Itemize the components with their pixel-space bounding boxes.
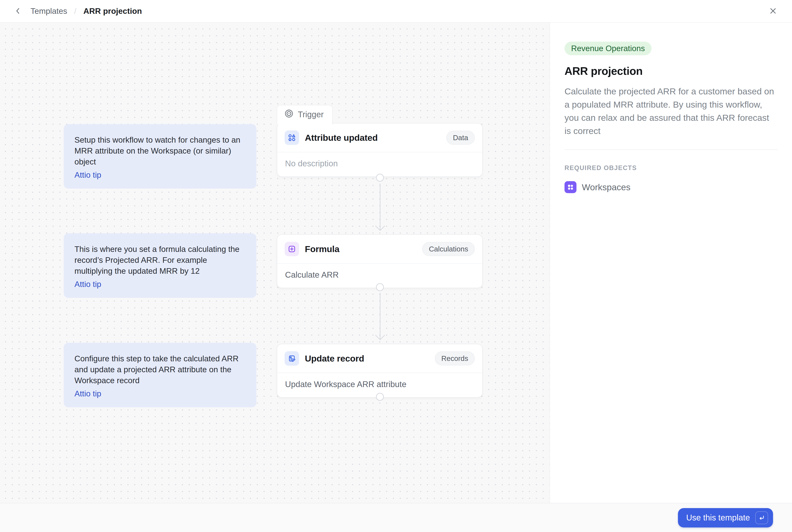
node-title: Attribute updated — [305, 133, 377, 143]
attio-tip-link[interactable]: Attio tip — [74, 170, 101, 180]
breadcrumb: Templates / ARR projection — [12, 5, 142, 17]
node-header: Formula Calculations — [277, 235, 482, 263]
tip-text: Setup this workflow to watch for changes… — [74, 134, 246, 167]
panel-divider — [565, 149, 777, 150]
back-button[interactable] — [12, 5, 23, 17]
use-template-label: Use this template — [686, 513, 750, 522]
tip-card-formula: This is where you set a formula calculat… — [64, 233, 256, 298]
tip-text: Configure this step to take the calculat… — [74, 353, 246, 386]
trigger-tab-label: Trigger — [298, 110, 324, 119]
node-description: No description — [277, 152, 482, 176]
workspaces-icon — [565, 181, 576, 193]
close-icon — [769, 6, 777, 16]
node-header: Attribute updated Data — [277, 124, 482, 152]
template-title: ARR projection — [565, 65, 777, 77]
breadcrumb-current-page: ARR projection — [83, 6, 142, 16]
connector-arrow — [373, 292, 387, 342]
tip-card-trigger: Setup this workflow to watch for changes… — [64, 124, 256, 189]
required-objects-label: REQUIRED OBJECTS — [565, 164, 777, 172]
node-formula[interactable]: Formula Calculations Calculate ARR — [277, 234, 483, 288]
node-category-badge: Calculations — [422, 242, 475, 256]
node-header: Update record Records — [277, 344, 482, 373]
node-update-record[interactable]: Update record Records Update Workspace A… — [277, 344, 483, 398]
breadcrumb-separator: / — [74, 7, 76, 16]
required-object-workspaces: Workspaces — [565, 181, 777, 193]
breadcrumb-templates[interactable]: Templates — [31, 6, 67, 16]
attio-tip-link[interactable]: Attio tip — [74, 388, 101, 399]
attio-tip-link[interactable]: Attio tip — [74, 279, 101, 290]
update-record-icon — [284, 351, 299, 366]
node-category-badge: Data — [446, 131, 475, 145]
main-area: Setup this workflow to watch for changes… — [0, 23, 792, 503]
connector-port — [376, 283, 384, 291]
connector-port — [376, 393, 384, 401]
attribute-icon — [284, 131, 299, 145]
top-bar: Templates / ARR projection — [0, 0, 792, 23]
close-button[interactable] — [767, 4, 780, 18]
formula-icon — [284, 242, 299, 256]
use-this-template-button[interactable]: Use this template — [678, 508, 773, 528]
chevron-left-icon — [14, 7, 22, 16]
tip-text: This is where you set a formula calculat… — [74, 244, 246, 277]
node-title: Update record — [305, 354, 364, 364]
category-badge: Revenue Operations — [565, 42, 651, 55]
template-details-panel: Revenue Operations ARR projection Calcul… — [550, 23, 792, 503]
template-description: Calculate the projected ARR for a custom… — [565, 85, 777, 137]
connector-port — [376, 174, 384, 182]
node-category-badge: Records — [435, 352, 475, 365]
required-object-name: Workspaces — [582, 182, 630, 192]
trigger-tab: Trigger — [277, 105, 333, 125]
app-window: Templates / ARR projection Setup this wo… — [0, 0, 792, 532]
node-attribute-updated[interactable]: Attribute updated Data No description — [277, 123, 483, 177]
tip-card-update-record: Configure this step to take the calculat… — [64, 343, 256, 407]
workflow-canvas: Setup this workflow to watch for changes… — [0, 23, 550, 503]
return-key-icon — [755, 511, 768, 524]
footer-bar: Use this template — [0, 503, 792, 532]
node-title: Formula — [305, 244, 339, 254]
target-icon — [284, 109, 294, 120]
connector-arrow — [373, 183, 387, 232]
